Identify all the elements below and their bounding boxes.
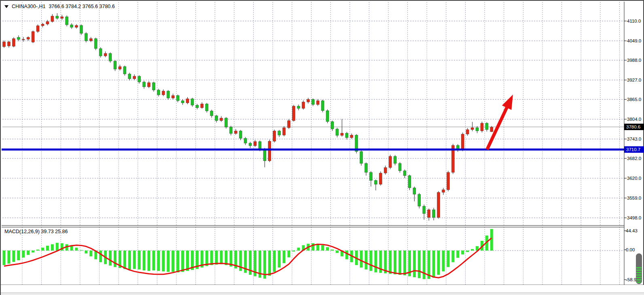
candle [220,118,223,120]
candle [239,131,242,138]
candle [176,95,179,101]
macd-bar [321,245,324,251]
candle [471,128,474,130]
macd-bar [432,251,435,278]
chart-window: CHINA300-,H1 3766.6 3784.2 3765.6 3780.6… [0,0,644,295]
price-scale-label: 3682.0 [627,156,641,161]
macd-bar [418,251,421,278]
candle [32,32,34,42]
candle [56,16,59,19]
candle [138,76,141,82]
macd-bar [186,251,189,271]
price-scale-label: 4110.0 [627,19,641,23]
candle [345,133,348,138]
macd-indicator-label: MACD(12,26,9) 39.73 25.86 [4,229,68,234]
macd-bar [389,251,392,274]
macd-bar [288,251,290,257]
candle [143,82,146,87]
candle [27,37,30,39]
candle [389,156,392,168]
macd-bar [3,251,6,265]
macd-scale-label: 0.00 [626,247,635,252]
macd-bar [133,251,136,269]
macd-bar [176,251,179,272]
macd-bar [114,251,117,267]
candle [311,99,314,105]
candle [167,91,169,98]
macd-bar [466,251,469,252]
macd-bar [297,248,300,251]
candle [379,173,382,184]
macd-bar [437,251,440,275]
candle [258,141,261,149]
macd-bar [374,251,377,272]
macd-bar [461,251,464,255]
candle [99,48,102,56]
candle [447,173,449,190]
candle [12,38,15,46]
macd-bar [447,251,449,267]
macd-bar [12,251,15,262]
candle [442,190,445,192]
macd-bar [365,251,368,270]
candle [17,37,20,40]
window-bottom-strip [1,293,644,295]
price-scale-label: 4049.0 [627,38,641,43]
macd-bar [181,251,184,272]
macd-bar [143,251,146,270]
macd-bar [369,251,372,271]
macd-bar [451,251,454,262]
macd-bar [22,251,25,257]
time-scale[interactable]: 6 Sep 20229 Sep 05:0015 Sep 05:0020 Sep … [1,285,644,293]
scroll-indicator-stripes [636,267,642,283]
candle [70,25,73,27]
trend-arrow[interactable] [487,95,513,150]
candle [148,83,150,87]
candle [365,163,368,172]
candle [273,131,276,141]
macd-bar [331,250,334,251]
macd-bar [490,229,493,251]
candle [461,134,464,150]
candle [437,192,440,217]
candle [369,173,372,181]
candle [104,53,107,56]
candle [398,163,401,171]
candle [268,141,271,161]
macd-bar [148,251,150,271]
macd-bar [109,251,112,266]
candle [297,106,300,109]
candle [292,106,295,121]
candle [423,206,426,213]
macd-bar [27,251,30,255]
support-line[interactable] [2,149,624,151]
candle [278,131,281,135]
price-scale[interactable]: 4110.04049.03988.03927.03865.03804.03743… [624,1,644,285]
candles-group [3,13,493,221]
candle [302,102,305,108]
candle [61,17,64,18]
candle [229,127,232,133]
candle [119,67,121,69]
macd-bar [89,251,92,256]
macd-bar [167,251,169,272]
candle [162,91,165,95]
scroll-indicator[interactable] [636,253,642,284]
current-price-tag: 3780.6 [624,124,644,130]
candle [123,67,126,74]
macd-bar [360,251,363,268]
candle [85,34,87,41]
price-scale-label: 3743.0 [627,137,641,141]
candle [485,123,488,130]
candle [249,143,252,145]
candle [283,128,286,135]
candle [350,135,353,137]
candle [254,141,256,145]
macd-bar [75,248,78,251]
candle [41,24,44,26]
chart-canvas[interactable] [1,1,644,295]
symbol-period-label: CHINA300-,H1 [12,4,45,9]
candle [210,111,213,116]
price-scale-label: 3865.0 [627,97,641,102]
candle [225,118,227,127]
